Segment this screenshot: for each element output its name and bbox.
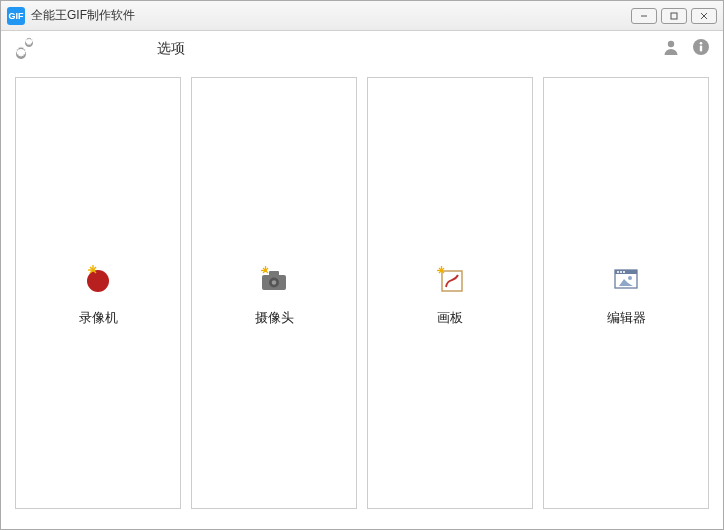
options-label: 选项 bbox=[157, 40, 185, 58]
maximize-icon bbox=[669, 11, 679, 21]
toolbar: 选项 bbox=[1, 31, 723, 67]
recorder-label: 录像机 bbox=[79, 309, 118, 327]
maximize-button[interactable] bbox=[661, 8, 687, 24]
editor-card[interactable]: 编辑器 bbox=[543, 77, 709, 509]
info-button[interactable] bbox=[691, 37, 711, 61]
recorder-card[interactable]: 录像机 bbox=[15, 77, 181, 509]
svg-rect-32 bbox=[623, 271, 625, 273]
titlebar: GIF 全能王GIF制作软件 bbox=[1, 1, 723, 31]
minimize-button[interactable] bbox=[631, 8, 657, 24]
info-icon bbox=[691, 37, 711, 57]
user-icon bbox=[661, 37, 681, 57]
svg-rect-31 bbox=[620, 271, 622, 273]
gear-icon bbox=[13, 35, 37, 59]
canvas-card[interactable]: 画板 bbox=[367, 77, 533, 509]
svg-point-8 bbox=[700, 42, 703, 45]
editor-label: 编辑器 bbox=[607, 309, 646, 327]
svg-rect-30 bbox=[617, 271, 619, 273]
close-icon bbox=[699, 11, 709, 21]
app-window: GIF 全能王GIF制作软件 选项 bbox=[0, 0, 724, 530]
window-controls bbox=[631, 8, 717, 24]
svg-rect-9 bbox=[700, 46, 702, 52]
camera-card[interactable]: 摄像头 bbox=[191, 77, 357, 509]
window-title: 全能王GIF制作软件 bbox=[31, 7, 631, 24]
svg-point-6 bbox=[668, 41, 674, 47]
camera-icon bbox=[254, 259, 294, 299]
svg-point-4 bbox=[28, 40, 31, 43]
app-icon: GIF bbox=[7, 7, 25, 25]
canvas-icon bbox=[430, 259, 470, 299]
camera-label: 摄像头 bbox=[255, 309, 294, 327]
svg-point-34 bbox=[628, 276, 632, 280]
recorder-icon bbox=[78, 259, 118, 299]
settings-button[interactable] bbox=[13, 35, 37, 63]
svg-rect-16 bbox=[269, 271, 279, 276]
svg-point-18 bbox=[272, 280, 276, 284]
canvas-label: 画板 bbox=[437, 309, 463, 327]
close-button[interactable] bbox=[691, 8, 717, 24]
editor-icon bbox=[606, 259, 646, 299]
svg-rect-23 bbox=[442, 271, 462, 291]
svg-rect-1 bbox=[671, 13, 677, 19]
content-area: 录像机 摄像头 bbox=[1, 67, 723, 529]
svg-point-5 bbox=[19, 49, 23, 53]
user-button[interactable] bbox=[661, 37, 681, 61]
minimize-icon bbox=[639, 11, 649, 21]
